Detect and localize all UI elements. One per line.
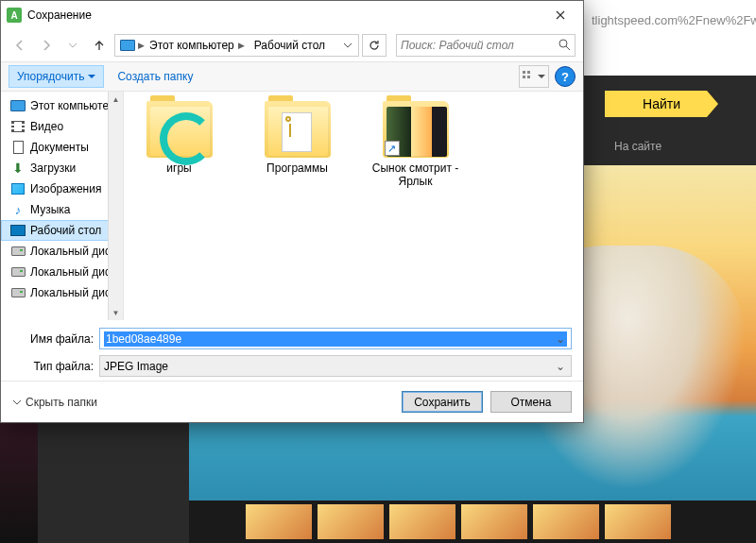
- folder-shortcut[interactable]: ↗ Сынок смотрит - Ярлык: [366, 101, 465, 189]
- scroll-down-icon[interactable]: ▼: [109, 305, 123, 320]
- folder-games[interactable]: игры: [129, 101, 229, 175]
- chevron-down-icon: [88, 73, 95, 80]
- file-pane[interactable]: игры Программы ↗ Сынок смотрит - Ярлык: [124, 92, 583, 320]
- refresh-button[interactable]: [362, 34, 387, 57]
- navigation-tree[interactable]: Этот компьютер Видео Документы ⬇Загрузки…: [1, 92, 124, 320]
- tree-pc[interactable]: Этот компьютер: [1, 95, 123, 116]
- toolbar: Упорядочить Создать папку ?: [1, 61, 583, 92]
- svg-point-0: [559, 40, 567, 47]
- tree-drive-3[interactable]: Локальный диск: [1, 282, 123, 303]
- download-icon: ⬇: [10, 161, 26, 176]
- dialog-footer: Скрыть папки Сохранить Отмена: [1, 381, 583, 422]
- save-button[interactable]: Сохранить: [402, 391, 483, 413]
- close-button[interactable]: [539, 2, 581, 28]
- breadcrumb-dropdown[interactable]: [339, 41, 356, 50]
- tree-drive-2[interactable]: Локальный диск: [1, 262, 123, 282]
- chevron-down-icon: [538, 73, 545, 80]
- pc-icon: [117, 38, 138, 53]
- tree-images[interactable]: Изображения: [1, 178, 123, 199]
- nav-up-button[interactable]: [88, 34, 111, 57]
- tree-documents[interactable]: Документы: [1, 137, 123, 158]
- chevron-down-icon: [68, 41, 77, 50]
- search-icon[interactable]: [558, 38, 571, 54]
- nav-recent-button[interactable]: [61, 34, 84, 57]
- arrow-up-icon: [93, 39, 106, 52]
- chevron-down-icon[interactable]: ⌄: [552, 360, 569, 373]
- filename-input[interactable]: [104, 331, 567, 347]
- tree-desktop[interactable]: Рабочий стол: [1, 220, 123, 241]
- arrow-left-icon: [13, 39, 26, 52]
- file-fields: Имя файла: ⌄ Тип файла: JPEG Image ⌄: [1, 320, 583, 381]
- address-fragment: tlightspeed.com%2Fnew%2Fw: [592, 13, 756, 27]
- view-mode-button[interactable]: [519, 65, 549, 88]
- search-box[interactable]: [396, 34, 576, 57]
- organize-button[interactable]: Упорядочить: [9, 65, 104, 88]
- refresh-icon: [368, 39, 381, 52]
- svg-rect-2: [527, 71, 530, 74]
- cancel-button[interactable]: Отмена: [490, 391, 572, 413]
- music-icon: ♪: [10, 202, 26, 217]
- tree-video[interactable]: Видео: [1, 116, 123, 137]
- nav-back-button[interactable]: [9, 34, 31, 57]
- filename-combobox[interactable]: ⌄: [99, 328, 572, 349]
- search-input[interactable]: [401, 39, 558, 52]
- svg-rect-4: [527, 76, 530, 78]
- chevron-right-icon[interactable]: ▶: [138, 41, 145, 50]
- svg-rect-1: [523, 71, 525, 74]
- nav-forward-button[interactable]: [35, 34, 58, 57]
- tree-scrollbar[interactable]: ▲ ▼: [108, 92, 123, 320]
- navigation-row: ▶ Этот компьютер▶ Рабочий стол: [1, 29, 583, 61]
- hide-folders-toggle[interactable]: Скрыть папки: [12, 396, 97, 409]
- scroll-up-icon[interactable]: ▲: [109, 92, 123, 107]
- close-icon: [556, 10, 565, 20]
- chevron-down-icon: [12, 398, 22, 407]
- tree-music[interactable]: ♪Музыка: [1, 199, 123, 220]
- save-dialog: A Сохранение ▶ Этот компьютер▶ Рабочий с…: [0, 0, 584, 423]
- folder-programs[interactable]: Программы: [248, 101, 347, 175]
- new-folder-button[interactable]: Создать папку: [117, 70, 193, 83]
- find-button[interactable]: Найти: [605, 91, 718, 117]
- chevron-down-icon[interactable]: ⌄: [552, 332, 569, 346]
- arrow-right-icon: [40, 39, 53, 52]
- svg-rect-3: [523, 76, 525, 78]
- thumbnail-strip[interactable]: [189, 501, 756, 543]
- tree-downloads[interactable]: ⬇Загрузки: [1, 158, 123, 178]
- app-icon: A: [7, 8, 22, 23]
- filetype-label: Тип файла:: [12, 360, 99, 373]
- breadcrumb-desktop[interactable]: Рабочий стол: [249, 35, 330, 56]
- filetype-select[interactable]: JPEG Image ⌄: [99, 355, 572, 377]
- site-filter-label: На сайте: [614, 140, 662, 153]
- filename-label: Имя файла:: [12, 332, 99, 346]
- dialog-title: Сохранение: [27, 8, 539, 22]
- tree-drive-1[interactable]: Локальный диск: [1, 241, 123, 262]
- help-button[interactable]: ?: [555, 66, 576, 87]
- chevron-down-icon: [343, 41, 352, 50]
- titlebar[interactable]: A Сохранение: [1, 1, 583, 29]
- breadcrumb-pc[interactable]: Этот компьютер▶: [145, 35, 249, 56]
- breadcrumb[interactable]: ▶ Этот компьютер▶ Рабочий стол: [114, 34, 359, 57]
- shortcut-icon: ↗: [385, 141, 400, 156]
- tiles-icon: [523, 71, 536, 82]
